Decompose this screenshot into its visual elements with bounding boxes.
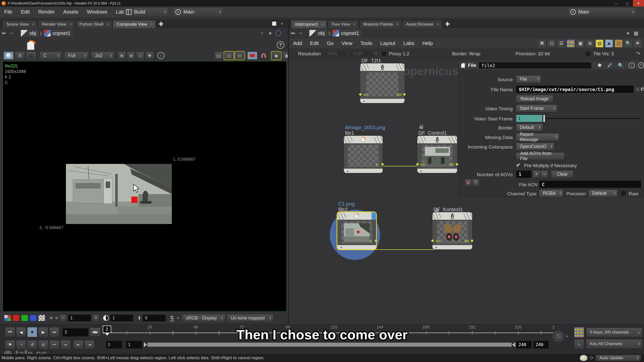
src-port[interactable]: [431, 239, 434, 242]
gain-increase-button[interactable]: +: [93, 314, 99, 322]
breadcrumb-copnet1[interactable]: copnet1: [43, 29, 73, 37]
back-icon[interactable]: ⬅: [2, 30, 6, 36]
menu-assets[interactable]: Assets: [59, 7, 83, 18]
tools-wrench-icon[interactable]: 🛠: [538, 40, 546, 47]
close-tab-icon[interactable]: ✕: [437, 22, 439, 26]
close-tab-icon[interactable]: ✕: [150, 22, 153, 26]
pane-maximize-icon[interactable]: [272, 22, 276, 26]
close-button[interactable]: ✕: [633, 0, 644, 7]
alpha-channel-icon[interactable]: [38, 315, 45, 321]
background-image-icon[interactable]: ⛰: [605, 40, 613, 47]
node-file2-selected[interactable]: C ▲: [337, 212, 376, 249]
node-name-field[interactable]: file2: [479, 62, 591, 69]
display-flag[interactable]: [372, 212, 376, 220]
menu-file[interactable]: File: [0, 7, 17, 18]
c-output-port[interactable]: [381, 163, 384, 166]
home-view-icon[interactable]: ⌂: [136, 52, 144, 60]
range-right-handle[interactable]: [512, 342, 515, 347]
image-view-mode-button[interactable]: [4, 52, 14, 60]
shelf-set-selector[interactable]: Main ▲▼: [173, 8, 223, 17]
file-history-icon[interactable]: ▼: [635, 86, 641, 93]
tilevis-checkbox[interactable]: [585, 51, 591, 57]
raw-checkbox[interactable]: [621, 191, 626, 196]
reload-image-button[interactable]: Reload Image: [516, 95, 553, 103]
resolution-selector[interactable]: Full▲▼: [64, 52, 89, 60]
tree-hierarchy-icon[interactable]: ☷: [548, 40, 555, 47]
tab-network-copnet1[interactable]: /obj/copnet1✕: [291, 20, 327, 28]
gain-decrease-button[interactable]: −: [60, 314, 66, 322]
src-port[interactable]: [359, 93, 362, 96]
recook-arrow-icon[interactable]: ↷: [636, 51, 640, 57]
find-icon[interactable]: 🔍: [624, 40, 632, 47]
node-df-control1[interactable]: δ src dst ▲: [417, 136, 457, 173]
recook-icon[interactable]: ⟳: [589, 355, 594, 361]
pin-icon[interactable]: ➤: [268, 30, 272, 36]
add-aovs-button[interactable]: Add AOVs from File: [516, 152, 564, 160]
close-tab-icon[interactable]: ✕: [32, 22, 34, 26]
node-footer[interactable]: ▲: [337, 245, 376, 249]
insert-aov-button[interactable]: ⇡: [472, 179, 479, 187]
file-aov-field[interactable]: C: [539, 180, 641, 188]
grid-snap-icon[interactable]: ▦: [634, 30, 638, 36]
range-left-handle[interactable]: [144, 342, 147, 347]
ml-brain-icon[interactable]: [580, 355, 587, 361]
channel-type-dropdown[interactable]: RGBA▲▼: [539, 190, 563, 197]
file-name-field[interactable]: $HIP/image/cut/repair/source/C1.png: [516, 85, 634, 93]
offset-field[interactable]: 0: [143, 314, 166, 322]
info-icon[interactable]: i: [629, 62, 634, 68]
frame-view-icon[interactable]: ✥: [146, 52, 154, 60]
viewer-node-type-icon[interactable]: [25, 40, 38, 51]
breadcrumb-copnet1[interactable]: copnet1: [332, 29, 361, 37]
sticky-note-icon[interactable]: ▤: [596, 40, 603, 47]
path-dropdown-icon[interactable]: ▼: [261, 31, 264, 35]
tab-python-shell[interactable]: Python Shell✕: [75, 20, 112, 28]
gear-icon[interactable]: ✱: [597, 62, 602, 68]
node-footer[interactable]: ▲: [432, 245, 472, 249]
precision-dropdown[interactable]: Default▲▼: [588, 190, 618, 197]
border-dropdown[interactable]: Default▲▼: [516, 124, 543, 131]
premultiply-checkbox[interactable]: ✔: [516, 162, 520, 168]
network-boxes-icon[interactable]: ⧉: [586, 40, 594, 47]
asset-box-icon[interactable]: ◫: [615, 40, 622, 47]
remove-aov-button[interactable]: −: [541, 170, 548, 178]
menu-windows[interactable]: Windows: [83, 7, 111, 18]
net-menu-add[interactable]: Add: [289, 40, 306, 46]
close-tab-icon[interactable]: ✕: [321, 22, 324, 26]
pin-icon[interactable]: ➤: [626, 30, 630, 36]
node-file1[interactable]: C ▲: [344, 136, 383, 173]
wipe-toggle-icon[interactable]: ▯▯: [235, 52, 245, 60]
new-tab-button[interactable]: ✚: [445, 21, 450, 28]
source-dropdown[interactable]: File▲▼: [516, 75, 541, 83]
tab-tree-view[interactable]: Tree View✕: [328, 20, 359, 28]
help-icon[interactable]: ?: [277, 41, 284, 49]
info-icon[interactable]: i: [157, 52, 165, 59]
node-footer[interactable]: ▲: [360, 99, 405, 103]
net-menu-help[interactable]: Help: [418, 40, 437, 46]
help-icon[interactable]: ?: [638, 62, 644, 68]
src-port[interactable]: [416, 163, 419, 166]
green-channel-icon[interactable]: [21, 315, 28, 321]
buggy-tool-icon[interactable]: [247, 52, 257, 60]
close-tab-icon[interactable]: ✕: [396, 22, 399, 26]
tonemap-selector[interactable]: Un-tone-mapped▲▼: [227, 314, 274, 322]
rgba-channels-icon[interactable]: [4, 315, 11, 321]
proxy-checkbox[interactable]: [381, 51, 387, 57]
range-bar[interactable]: [147, 343, 512, 347]
blue-channel-icon[interactable]: [30, 315, 37, 321]
node-df-kontext1[interactable]: δ src dst ▲: [432, 212, 472, 249]
brush-icon[interactable]: 🖉: [607, 63, 612, 68]
red-channel-icon[interactable]: [13, 315, 20, 321]
tab-material-palette[interactable]: Material Palette✕: [359, 20, 401, 28]
maximize-button[interactable]: ▢: [622, 0, 633, 7]
forward-icon[interactable]: ➡: [9, 30, 14, 36]
display-colorspace-selector[interactable]: sRGB - Display▲▼: [182, 314, 225, 322]
plane-selector[interactable]: C▲▼: [39, 52, 62, 60]
video-start-frame-field[interactable]: 1: [516, 115, 543, 122]
pixel-grid-selector[interactable]: 2x2▲▼: [91, 52, 114, 60]
tab-scene-view[interactable]: Scene View✕: [3, 20, 37, 28]
node-df-t2i1[interactable]: δ src dst ▲: [360, 63, 405, 103]
slider-track[interactable]: [546, 118, 641, 119]
forward-icon[interactable]: ➡: [298, 30, 303, 36]
dst-port[interactable]: [403, 93, 406, 96]
gain-field[interactable]: 1: [68, 314, 91, 322]
